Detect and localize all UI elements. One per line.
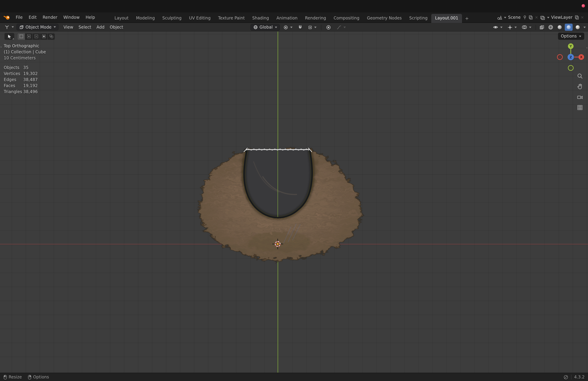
gizmo-y-negative[interactable]: [568, 65, 573, 70]
viewport-menus: View Select Add Object: [61, 23, 126, 30]
select-mode-extend[interactable]: [25, 33, 32, 40]
tab-animation[interactable]: Animation: [273, 14, 301, 23]
scene-viewlayer-cluster: Scene ✕: [497, 15, 588, 20]
gizmo-x-negative[interactable]: [557, 55, 563, 60]
unlink-scene-icon[interactable]: ✕: [535, 15, 539, 20]
select-mode-subtract[interactable]: [33, 33, 40, 40]
menu-edit[interactable]: Edit: [26, 14, 40, 22]
object-mode-icon: [19, 25, 24, 29]
3d-viewport[interactable]: Top Orthographic (1) Collection | Cube 1…: [0, 31, 588, 373]
pan-tool[interactable]: [577, 83, 583, 90]
overlays-dropdown[interactable]: [520, 23, 533, 31]
blender-window: File Edit Render Window Help Layout Mode…: [0, 0, 588, 381]
select-mode-intersect[interactable]: [48, 33, 55, 40]
remove-viewlayer-icon[interactable]: ✕: [580, 15, 584, 20]
viewport-header-right: [491, 23, 586, 31]
tab-sculpting[interactable]: Sculpting: [159, 14, 185, 23]
shading-rendered-button[interactable]: [574, 23, 582, 31]
viewport-header-center: Global: [251, 23, 348, 31]
tab-scripting[interactable]: Scripting: [405, 14, 431, 23]
sidebar-expand-chevron[interactable]: ‹: [586, 46, 588, 49]
menu-window[interactable]: Window: [60, 14, 83, 22]
toolbar-expand-chevron[interactable]: ›: [0, 45, 2, 49]
proportional-editing-button[interactable]: [324, 24, 333, 31]
gizmo-z-label: Z: [570, 55, 572, 59]
recording-indicator: [582, 4, 585, 8]
stat-vertices: Vertices19,302: [4, 71, 38, 77]
tab-compositing[interactable]: Compositing: [330, 14, 363, 23]
viewport-header-left: Object Mode View Select Add Object: [0, 23, 126, 30]
menu-help[interactable]: Help: [83, 14, 98, 22]
shading-solid-button[interactable]: [556, 23, 564, 31]
menu-view[interactable]: View: [61, 23, 76, 30]
object-visibility-dropdown[interactable]: [491, 23, 504, 31]
camera-view-tool[interactable]: [577, 94, 583, 100]
tab-uv-editing[interactable]: UV Editing: [185, 14, 214, 23]
navigation-gizmo[interactable]: Y X Z: [552, 41, 588, 78]
workspace-tabs: Layout Modeling Sculpting UV Editing Tex…: [111, 12, 472, 23]
select-cursor-icon: [7, 34, 12, 39]
xray-toggle[interactable]: [538, 24, 546, 31]
shading-material-preview-button[interactable]: [565, 23, 573, 31]
falloff-curve-icon: [336, 25, 342, 30]
select-mode-group: [18, 33, 55, 40]
editor-type-button[interactable]: [2, 23, 16, 30]
proportional-falloff-dropdown[interactable]: [335, 24, 348, 31]
blender-logo[interactable]: [0, 15, 13, 20]
tab-layout[interactable]: Layout: [111, 14, 132, 23]
options-label: Options: [561, 34, 577, 39]
tab-geometry-nodes[interactable]: Geometry Nodes: [363, 14, 405, 23]
mode-dropdown[interactable]: Object Mode: [17, 23, 59, 30]
tab-modeling[interactable]: Modeling: [132, 14, 159, 23]
header-separator: [536, 25, 536, 30]
zoom-tool[interactable]: [577, 73, 583, 79]
toggle-ortho-tool[interactable]: [577, 104, 583, 111]
topbar: File Edit Render Window Help Layout Mode…: [0, 12, 588, 23]
gizmos-dropdown[interactable]: [505, 24, 519, 31]
transform-orientation-dropdown[interactable]: Global: [251, 24, 280, 31]
select-mode-new[interactable]: [18, 33, 25, 40]
orientation-caret: [275, 26, 277, 28]
viewlayer-dropdown-caret: [547, 17, 549, 18]
menu-object[interactable]: Object: [107, 23, 126, 30]
tab-texture-paint[interactable]: Texture Paint: [214, 14, 249, 23]
snap-toggle-button[interactable]: [296, 24, 304, 30]
pin-scene-icon[interactable]: [523, 15, 527, 20]
select-mode-invert[interactable]: [40, 33, 47, 40]
scene-icon: [497, 15, 502, 20]
menu-select[interactable]: Select: [76, 23, 94, 30]
header-separator: [321, 25, 321, 30]
blender-version: 4.3.2: [571, 375, 585, 380]
viewlayer-icon: [540, 15, 545, 20]
options-dropdown[interactable]: Options: [558, 33, 584, 40]
view-name: Top Orthographic: [4, 43, 46, 49]
shading-rendered-icon: [575, 24, 581, 30]
menu-render[interactable]: Render: [40, 14, 60, 22]
menu-add[interactable]: Add: [94, 23, 107, 30]
orientation-label: Global: [259, 25, 273, 30]
proportional-editing-icon: [326, 25, 331, 30]
menu-file[interactable]: File: [13, 14, 26, 22]
new-viewlayer-icon[interactable]: [574, 15, 579, 20]
network-offline-icon[interactable]: [563, 375, 568, 380]
tab-rendering[interactable]: Rendering: [301, 14, 330, 23]
shading-wireframe-button[interactable]: [547, 23, 555, 31]
falloff-caret: [343, 26, 346, 28]
overlays-icon: [522, 24, 527, 30]
tab-layout-001[interactable]: Layout.001: [431, 14, 462, 23]
add-workspace-button[interactable]: +: [462, 14, 472, 23]
pivot-point-dropdown[interactable]: [281, 24, 294, 31]
viewlayer-name[interactable]: ViewLayer: [550, 15, 573, 20]
snap-settings-dropdown[interactable]: [306, 24, 318, 30]
options-caret: [579, 35, 581, 37]
scene-selector[interactable]: Scene ✕: [497, 15, 539, 20]
viewlayer-selector[interactable]: ViewLayer ✕: [540, 15, 584, 20]
tab-shading[interactable]: Shading: [249, 14, 273, 23]
scene-name[interactable]: Scene: [507, 15, 522, 20]
snap-caret: [314, 26, 316, 28]
grid-scale-label: 10 Centimeters: [4, 55, 46, 61]
shading-caret[interactable]: [584, 26, 586, 28]
orientation-globe-icon: [253, 25, 258, 30]
active-tool-button[interactable]: [4, 33, 14, 40]
new-scene-icon[interactable]: [528, 15, 533, 20]
